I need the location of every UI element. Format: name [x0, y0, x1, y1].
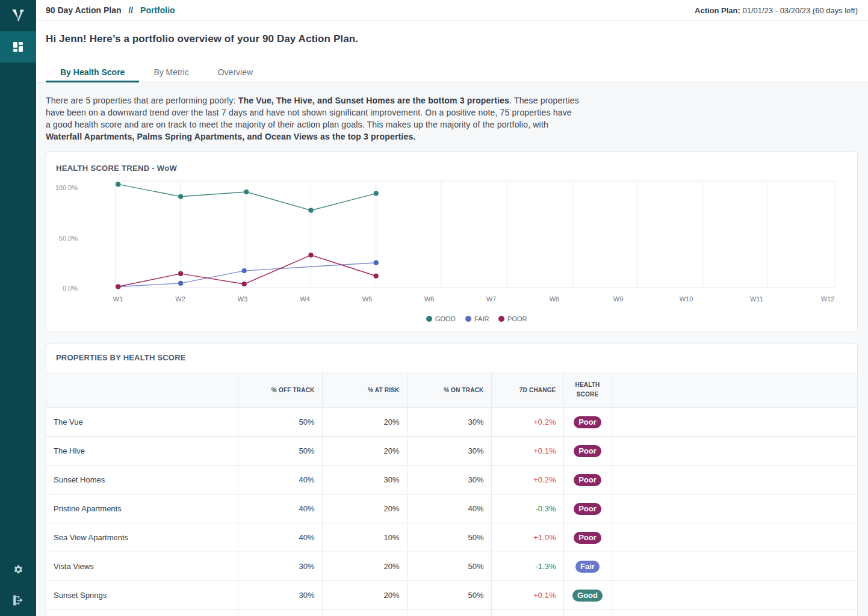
- svg-text:W9: W9: [613, 295, 624, 303]
- svg-text:W5: W5: [362, 295, 373, 303]
- svg-text:W4: W4: [300, 295, 310, 303]
- svg-text:W11: W11: [750, 295, 763, 303]
- svg-text:W6: W6: [424, 295, 435, 303]
- svg-text:W2: W2: [175, 295, 185, 303]
- svg-text:W10: W10: [680, 295, 693, 303]
- svg-text:W8: W8: [550, 295, 560, 303]
- svg-text:W3: W3: [238, 295, 248, 303]
- svg-text:GOOD: GOOD: [435, 315, 456, 322]
- svg-text:FAIR: FAIR: [474, 315, 489, 322]
- svg-text:W1: W1: [113, 295, 123, 303]
- svg-text:50.0%: 50.0%: [59, 235, 78, 242]
- svg-text:POOR: POOR: [507, 315, 527, 322]
- svg-text:W7: W7: [486, 295, 497, 303]
- svg-text:0.0%: 0.0%: [63, 285, 78, 292]
- svg-text:100.0%: 100.0%: [55, 184, 78, 191]
- svg-text:W12: W12: [821, 295, 835, 303]
